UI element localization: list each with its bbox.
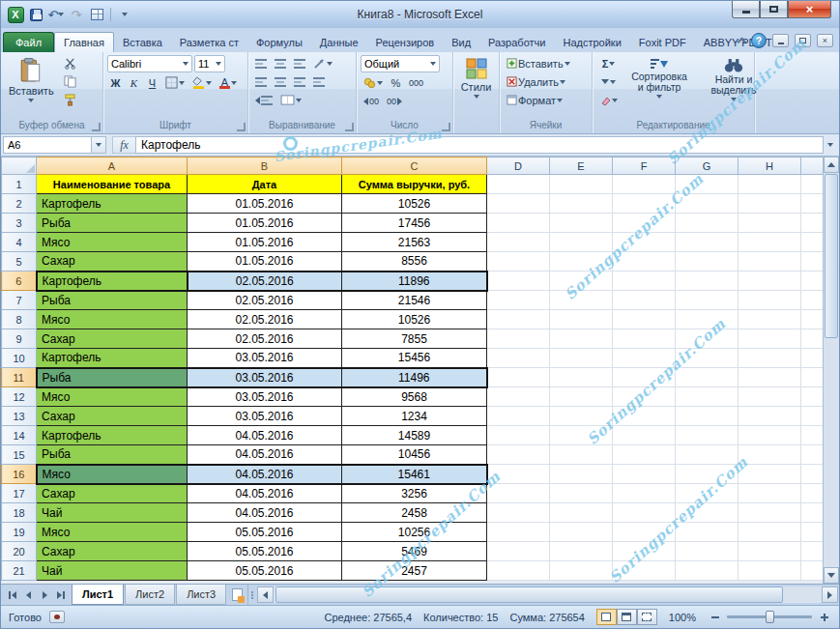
- scroll-left-button[interactable]: [257, 586, 274, 603]
- row-header-19[interactable]: 19: [2, 523, 37, 542]
- maximize-button[interactable]: [760, 1, 788, 18]
- cell-E1[interactable]: [550, 175, 613, 194]
- cell-B11[interactable]: 03.05.2016: [188, 368, 342, 387]
- row-header-21[interactable]: 21: [2, 561, 37, 581]
- cell-D3[interactable]: [487, 214, 550, 233]
- cell-D18[interactable]: [487, 503, 550, 523]
- cell-G8[interactable]: [676, 310, 739, 329]
- row-header-3[interactable]: 3: [2, 214, 37, 233]
- paste-button[interactable]: Вставить: [5, 55, 58, 105]
- tab-Разметка ст[interactable]: Разметка ст: [171, 33, 247, 52]
- cell-B20[interactable]: 05.05.2016: [188, 542, 342, 561]
- cell-G18[interactable]: [676, 503, 739, 523]
- tab-Рецензиров[interactable]: Рецензиров: [367, 33, 444, 52]
- row-header-6[interactable]: 6: [2, 272, 37, 291]
- cell-B3[interactable]: 01.05.2016: [188, 214, 342, 233]
- cell-C2[interactable]: 10526: [342, 194, 487, 214]
- zoom-out-button[interactable]: [708, 610, 722, 624]
- row-header-11[interactable]: 11: [2, 368, 37, 387]
- cell-B5[interactable]: 01.05.2016: [188, 252, 342, 272]
- zoom-thumb[interactable]: [766, 611, 774, 623]
- workbook-minimize-button[interactable]: [772, 34, 789, 47]
- tab-Данные[interactable]: Данные: [311, 33, 367, 52]
- scroll-down-button[interactable]: [824, 567, 839, 584]
- name-box-dropdown[interactable]: [92, 136, 106, 154]
- row-header-12[interactable]: 12: [2, 387, 37, 407]
- cell-B17[interactable]: 04.05.2016: [188, 484, 342, 503]
- scroll-right-button[interactable]: [822, 586, 838, 603]
- cell-C9[interactable]: 7855: [342, 329, 487, 349]
- cell-B8[interactable]: 02.05.2016: [188, 310, 342, 329]
- cell-E19[interactable]: [550, 523, 613, 542]
- cell-D19[interactable]: [487, 523, 550, 542]
- name-box[interactable]: А6: [3, 136, 92, 154]
- cell-C8[interactable]: 10526: [342, 310, 487, 329]
- cell-B18[interactable]: 04.05.2016: [188, 503, 342, 523]
- cell-F8[interactable]: [613, 310, 676, 329]
- cell-A8[interactable]: Мясо: [37, 310, 188, 329]
- clear-button[interactable]: [596, 92, 621, 108]
- dialog-launcher-icon[interactable]: [442, 123, 450, 131]
- cell-H10[interactable]: [739, 349, 801, 368]
- cell-G6[interactable]: [676, 272, 739, 291]
- tab-Foxit PDF[interactable]: Foxit PDF: [630, 33, 695, 52]
- cell-H7[interactable]: [739, 291, 801, 310]
- cell-E20[interactable]: [550, 542, 613, 561]
- row-header-7[interactable]: 7: [2, 291, 37, 310]
- wrap-text-button[interactable]: [310, 73, 328, 90]
- cell-F2[interactable]: [613, 194, 676, 214]
- page-break-view-button[interactable]: [637, 609, 657, 625]
- cell-A16[interactable]: Мясо: [37, 465, 188, 484]
- cell-E13[interactable]: [550, 407, 613, 426]
- merge-center-button[interactable]: [277, 92, 304, 108]
- page-layout-view-button[interactable]: [617, 609, 637, 625]
- cell-A1[interactable]: Наименование товара: [37, 175, 188, 194]
- cell-E10[interactable]: [550, 349, 613, 368]
- macro-record-icon[interactable]: [49, 611, 65, 623]
- cell-B21[interactable]: 05.05.2016: [188, 561, 342, 581]
- normal-view-button[interactable]: [596, 609, 617, 625]
- cell-H18[interactable]: [739, 503, 801, 523]
- align-middle-button[interactable]: [272, 55, 289, 71]
- cell-C10[interactable]: 15456: [342, 349, 487, 368]
- cell-D9[interactable]: [487, 329, 550, 349]
- cell-E12[interactable]: [550, 387, 613, 407]
- cell-C14[interactable]: 14589: [342, 426, 487, 445]
- cell-F11[interactable]: [613, 368, 676, 387]
- workbook-close-button[interactable]: ×: [817, 34, 833, 47]
- cell-B19[interactable]: 05.05.2016: [188, 523, 342, 542]
- cell-A15[interactable]: Рыба: [37, 445, 188, 465]
- horizontal-scrollbar[interactable]: [257, 586, 838, 603]
- cell-F5[interactable]: [613, 252, 676, 272]
- cell-D1[interactable]: [487, 175, 550, 194]
- cell-D10[interactable]: [487, 349, 550, 368]
- decrease-indent-button[interactable]: [252, 92, 275, 108]
- cell-G16[interactable]: [676, 465, 739, 484]
- cell-D8[interactable]: [487, 310, 550, 329]
- cell-C16[interactable]: 15461: [342, 465, 487, 484]
- row-header-18[interactable]: 18: [2, 503, 37, 523]
- row-header-2[interactable]: 2: [2, 194, 37, 214]
- orientation-button[interactable]: [310, 55, 335, 71]
- cell-G5[interactable]: [676, 252, 739, 272]
- cell-H21[interactable]: [739, 561, 801, 581]
- cell-E15[interactable]: [550, 445, 613, 465]
- row-header-14[interactable]: 14: [2, 426, 37, 445]
- column-header-C[interactable]: C: [342, 157, 487, 175]
- cell-B2[interactable]: 01.05.2016: [188, 194, 342, 214]
- cell-C15[interactable]: 10456: [342, 445, 487, 465]
- increase-decimal-button[interactable]: 00: [361, 93, 382, 109]
- cell-F20[interactable]: [613, 542, 676, 561]
- tab-Разработчи[interactable]: Разработчи: [479, 33, 554, 52]
- cut-button[interactable]: [61, 55, 79, 71]
- insert-cells-button[interactable]: Вставить: [504, 55, 573, 71]
- cell-H13[interactable]: [739, 407, 801, 426]
- cell-B13[interactable]: 03.05.2016: [188, 407, 342, 426]
- row-header-13[interactable]: 13: [2, 407, 37, 426]
- row-header-4[interactable]: 4: [2, 233, 37, 252]
- cell-A17[interactable]: Сахар: [37, 484, 188, 503]
- cell-G17[interactable]: [676, 484, 739, 503]
- cell-F15[interactable]: [613, 445, 676, 465]
- cell-C4[interactable]: 21563: [342, 233, 487, 252]
- cell-G9[interactable]: [676, 329, 739, 349]
